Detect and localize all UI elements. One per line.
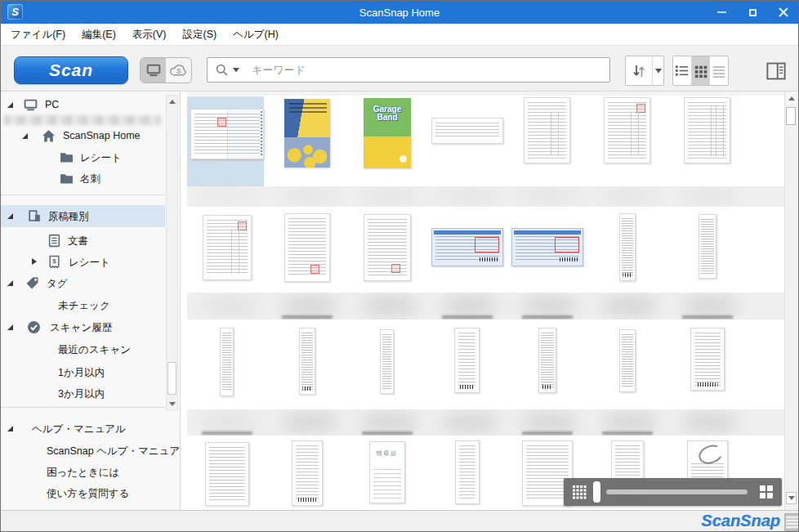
sidebar-item[interactable]: ScanSnap Home [1,127,165,146]
content-scrollbar-thumb[interactable] [786,107,796,125]
thumbnail-texture [222,333,231,391]
scan-to-pc-button[interactable] [141,58,166,83]
thumbnail-receipt-thin[interactable] [619,213,636,281]
sidebar-item[interactable]: 文書 [1,231,165,251]
sidebar-item[interactable]: 3か月以内 [1,384,165,404]
redacted-caption [682,315,733,319]
search-filter-caret[interactable] [233,68,239,73]
redacted-caption [362,431,413,435]
expand-triangle-icon[interactable] [22,133,28,139]
thumbnail-receipt-wide[interactable] [431,118,503,144]
search-input[interactable] [243,63,609,77]
expand-triangle-icon[interactable] [7,324,13,330]
thumbnail-receipt[interactable] [454,328,480,393]
thumbnail-receipt-thin[interactable] [220,328,234,396]
barcode-mark [623,273,632,277]
thumbnail-invoice-cols[interactable] [684,97,730,163]
thumbnail-invoice[interactable] [203,215,252,280]
expand-triangle-icon[interactable] [7,280,13,286]
large-thumbnails-icon[interactable] [759,485,774,499]
thumbnail-receipt-thin[interactable] [699,214,716,279]
zoom-slider-handle[interactable] [593,481,600,503]
thumbnail-receipt[interactable] [690,328,725,391]
sidebar-item[interactable]: ScanSnap ヘルプ・マニュアル [1,441,165,461]
thumbnail-receipt-thin[interactable] [380,329,394,394]
sidebar-item[interactable]: ヘルプ・マニュアル [1,419,165,439]
grid-view-button[interactable] [692,56,711,85]
thumbnail-receipt-doc[interactable] [284,213,330,282]
expand-triangle-icon[interactable] [7,102,13,108]
list-view-button[interactable] [673,56,692,85]
sidebar-item[interactable]: スキャン履歴 [1,318,165,338]
sidebar-item[interactable]: 困ったときには [1,463,165,482]
scan-to-cloud-button[interactable]: S [166,58,191,83]
thumbnail-invoice[interactable] [524,97,570,163]
minimize-button[interactable] [715,6,728,19]
sort-order-button[interactable] [626,56,653,85]
sidebar-item[interactable]: 1か月以内 [1,363,165,382]
thumbnail-receipt-doc[interactable] [364,214,411,281]
list-view-icon [674,63,690,78]
thumbnail-invoice[interactable] [604,97,650,163]
barcode-mark [302,387,311,391]
thumbnail-receipt-thin[interactable] [299,328,315,395]
zoom-slider-track[interactable] [606,490,748,494]
sidebar-item[interactable]: 最近のスキャン [1,340,165,360]
blur-blob [600,189,659,204]
thumbnail-book-yellow[interactable] [284,99,330,168]
tag-icon [25,276,39,290]
sort-dropdown-button[interactable] [653,56,663,85]
svg-text:S: S [176,67,181,75]
sidebar-item[interactable]: 未チェック [1,296,165,315]
thumbnail-bluecard[interactable] [511,228,583,266]
blur-blob [520,189,579,204]
thumbnail-bluecard[interactable] [431,228,503,266]
sidebar-item[interactable]: 使い方を質問する [1,484,165,503]
thumbnail-texture [528,102,566,159]
thumbnail-book-garage[interactable]: Garage Band [364,98,411,168]
thumbnail-texture [459,445,475,499]
content-scrollbar[interactable] [784,92,797,512]
thumbnail-receipt-thin[interactable] [538,328,556,393]
thumbnail-receipt-thin[interactable] [619,329,636,392]
sidebar-item[interactable]: 原稿種別 [1,205,165,227]
menu-item-5[interactable]: ヘルプ(H) [225,28,287,42]
sidebar-scrollbar-thumb[interactable] [167,362,176,395]
thumbnail-cert[interactable]: 領収証 [369,441,405,503]
maximize-button[interactable] [746,6,759,19]
menu-item-3[interactable]: 表示(V) [124,28,175,42]
small-thumbnails-icon[interactable] [572,485,587,499]
thumbnail-receipt[interactable] [455,440,480,504]
barcode-mark [698,382,718,387]
sidebar-item-label: レシート [69,256,110,270]
detail-panel-toggle-button[interactable] [766,60,787,82]
menu-item-2[interactable]: 編集(E) [74,28,124,42]
scroll-up-icon[interactable] [786,92,797,105]
thumbnail-texture [368,219,407,276]
close-button[interactable] [777,6,790,19]
expand-triangle-icon[interactable] [7,213,13,219]
menu-item-4[interactable]: 設定(S) [174,28,225,42]
sidebar-item[interactable]: タグ [1,274,165,293]
scroll-down-icon[interactable] [167,398,177,409]
red-stamp-mark [391,264,400,273]
thumbnail-receipt[interactable] [205,442,249,506]
thumbnail-receipt[interactable] [292,440,323,506]
thumbnail-docspread[interactable] [190,109,264,159]
thumbnail-texture [301,333,313,390]
sidebar-item-label: 原稿種別 [48,210,89,224]
expand-triangle-icon[interactable] [7,426,13,431]
detail-view-button[interactable] [710,56,728,85]
collapse-triangle-icon[interactable] [32,258,37,265]
scan-button[interactable]: Scan [14,56,128,84]
sidebar-item[interactable]: $レシート [1,253,165,272]
scroll-up-icon[interactable] [167,96,177,107]
scroll-down-icon[interactable] [786,492,797,504]
sidebar-item[interactable]: レシート [1,148,165,168]
menu-item-1[interactable]: ファイル(F) [2,28,74,42]
sidebar-item[interactable]: PC [1,96,165,115]
content-area: Garage Band領収証 [181,92,787,512]
sidebar-item[interactable]: 名刺 [1,169,165,189]
title-bar[interactable]: S ScanSnap Home [1,1,798,24]
sidebar-scrollbar[interactable] [166,95,178,410]
